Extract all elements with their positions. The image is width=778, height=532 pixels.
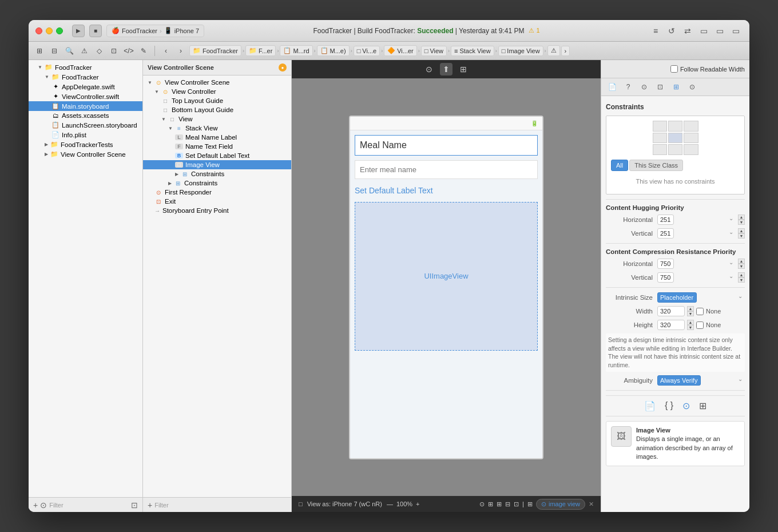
forward-btn[interactable]: ⇄: [681, 25, 694, 37]
fn-viewcontroller[interactable]: ✦ ViewController.swift: [29, 92, 142, 101]
st-view[interactable]: ▼ □ View: [143, 114, 291, 124]
help-btn[interactable]: ?: [622, 81, 634, 93]
st-name-textfield[interactable]: F Name Text Field: [143, 142, 291, 151]
intrinsic-select[interactable]: Placeholder: [657, 292, 697, 303]
bc-mrd[interactable]: 📋 M...rd: [280, 45, 312, 56]
close-button[interactable]: [35, 27, 42, 34]
nav-btn-1[interactable]: ⊞: [33, 45, 46, 57]
fn-root[interactable]: ▼ 📁 FoodTracker: [29, 62, 142, 72]
comment-btn[interactable]: ✎: [137, 45, 150, 57]
height-input[interactable]: [657, 320, 685, 330]
run-button[interactable]: ▶: [72, 25, 85, 37]
bc-imageview[interactable]: □ Image View: [498, 46, 543, 56]
fn-main-storyboard[interactable]: 📋 Main.storyboard: [29, 101, 142, 111]
hugging-h-select[interactable]: 251: [657, 215, 674, 225]
panel-2-btn[interactable]: ▭: [713, 25, 727, 37]
bc-stackview[interactable]: ≡ Stack View: [451, 46, 494, 56]
st-vc[interactable]: ▼ ⊙ View Controller: [143, 87, 291, 96]
bc-me[interactable]: 📋 M...e): [317, 45, 350, 56]
height-down[interactable]: ▼: [687, 325, 694, 330]
bc-vier[interactable]: 🔶 Vi...er: [384, 45, 417, 56]
identity-inspector-btn[interactable]: ⊙: [638, 81, 650, 93]
nav-btn-2[interactable]: ⊟: [48, 45, 61, 57]
scheme-btn[interactable]: ≡: [649, 25, 662, 37]
add-scene-btn[interactable]: +: [148, 501, 152, 510]
tab-all[interactable]: All: [611, 160, 628, 171]
stepper-up[interactable]: ▲: [738, 215, 745, 220]
height-none-checkbox[interactable]: [696, 321, 704, 329]
bc-foodtracker[interactable]: 📁 FoodTracker: [189, 45, 241, 56]
st-first-responder[interactable]: ⊙ First Responder: [143, 188, 291, 197]
ambiguity-select[interactable]: Always Verify: [657, 375, 701, 386]
comp-h-down[interactable]: ▼: [738, 264, 745, 269]
circle-icon-btn[interactable]: ⊙: [682, 400, 690, 411]
comp-h-stepper[interactable]: ▲ ▼: [738, 259, 745, 269]
hugging-v-stepper[interactable]: ▲ ▼: [738, 228, 745, 239]
layout-btn[interactable]: ⊡: [108, 45, 120, 57]
warn-btn[interactable]: ⚠: [78, 45, 90, 57]
ct-btn-1[interactable]: ⊙: [423, 63, 435, 76]
fn-tests-group[interactable]: ▶ 📁 FoodTrackerTests: [29, 140, 142, 149]
stepper-up-v[interactable]: ▲: [738, 228, 745, 233]
comp-h-select[interactable]: 750: [657, 259, 674, 269]
zoom-minus[interactable]: —: [387, 501, 393, 507]
st-meal-name-label[interactable]: L Meal Name Label: [143, 133, 291, 142]
set-default-button[interactable]: Set Default Label Text: [355, 184, 538, 197]
bracket-icon-btn[interactable]: { }: [665, 400, 673, 411]
tab-size-class[interactable]: This Size Class: [629, 160, 683, 171]
comp-v-select[interactable]: 750: [657, 272, 674, 283]
bc-vie[interactable]: □ Vi...e: [354, 46, 380, 56]
comp-v-up[interactable]: ▲: [738, 272, 745, 277]
cf-close[interactable]: ✕: [589, 501, 594, 508]
st-constraints-1[interactable]: ▶ ⊞ Constraints: [143, 169, 291, 178]
fn-launch-storyboard[interactable]: 📋 LaunchScreen.storyboard: [29, 120, 142, 130]
height-stepper[interactable]: ▲ ▼: [687, 320, 694, 330]
comp-v-down[interactable]: ▼: [738, 277, 745, 283]
meal-name-input[interactable]: [355, 160, 538, 179]
follow-readable-checkbox[interactable]: [670, 65, 678, 73]
file-icon-btn[interactable]: 📄: [644, 400, 656, 411]
width-up[interactable]: ▲: [687, 306, 694, 311]
attr-inspector-btn[interactable]: ⊡: [654, 81, 666, 93]
st-exit[interactable]: ⊡ Exit: [143, 197, 291, 206]
st-set-default-btn[interactable]: B Set Default Label Text: [143, 151, 291, 160]
stop-button[interactable]: ■: [89, 25, 102, 37]
st-top-layout[interactable]: □ Top Layout Guide: [143, 96, 291, 105]
fn-info-plist[interactable]: 📄 Info.plist: [29, 130, 142, 140]
add-file-btn[interactable]: +: [33, 501, 38, 510]
grid-icon-btn[interactable]: ⊞: [699, 400, 706, 411]
hugging-v-select[interactable]: 251: [657, 228, 674, 239]
bc-foodtracker2[interactable]: 📁 F...er: [245, 45, 276, 56]
comp-v-stepper[interactable]: ▲ ▼: [738, 272, 745, 283]
st-constraints-2[interactable]: ▶ ⊞ Constraints: [143, 178, 291, 188]
st-scene[interactable]: ▼ ⊙ View Controller Scene: [143, 78, 291, 87]
height-up[interactable]: ▲: [687, 320, 694, 325]
bc-next[interactable]: ›: [561, 46, 570, 56]
fn-products-group[interactable]: ▶ 📁 View Controller Scene: [29, 149, 142, 159]
file-inspector-btn[interactable]: 📄: [606, 81, 618, 93]
width-stepper[interactable]: ▲ ▼: [687, 306, 694, 316]
search-btn[interactable]: 🔍: [63, 45, 76, 57]
width-none-checkbox[interactable]: [696, 308, 704, 315]
connections-btn[interactable]: ⊙: [686, 81, 698, 93]
diamond-btn[interactable]: ◇: [93, 45, 105, 57]
ct-btn-2[interactable]: ⬆: [440, 63, 452, 76]
bc-alert[interactable]: ⚠: [547, 45, 560, 56]
fn-foodtracker-group[interactable]: ▼ 📁 FoodTracker: [29, 72, 142, 82]
code-btn[interactable]: </>: [122, 45, 135, 57]
size-inspector-btn[interactable]: ⊞: [670, 81, 682, 93]
minimize-button[interactable]: [46, 27, 53, 34]
comp-h-up[interactable]: ▲: [738, 259, 745, 264]
sort-btn[interactable]: ⊡: [131, 501, 138, 510]
width-down[interactable]: ▼: [687, 311, 694, 316]
fn-assets[interactable]: 🗂 Assets.xcassets: [29, 111, 142, 120]
prev-btn[interactable]: ‹: [160, 45, 172, 57]
stepper-down-v[interactable]: ▼: [738, 233, 745, 239]
st-image-view[interactable]: □ Image View: [143, 160, 291, 169]
fullscreen-button[interactable]: [56, 27, 63, 34]
ct-btn-3[interactable]: ⊞: [457, 63, 470, 76]
st-stackview[interactable]: ▼ ≡ Stack View: [143, 124, 291, 133]
canvas-scroll[interactable]: 🔋 Meal Name Set Default Label Text UIIma…: [292, 78, 601, 496]
fn-appdelegate[interactable]: ✦ AppDelegate.swift: [29, 82, 142, 92]
back-btn[interactable]: ↺: [665, 25, 678, 37]
